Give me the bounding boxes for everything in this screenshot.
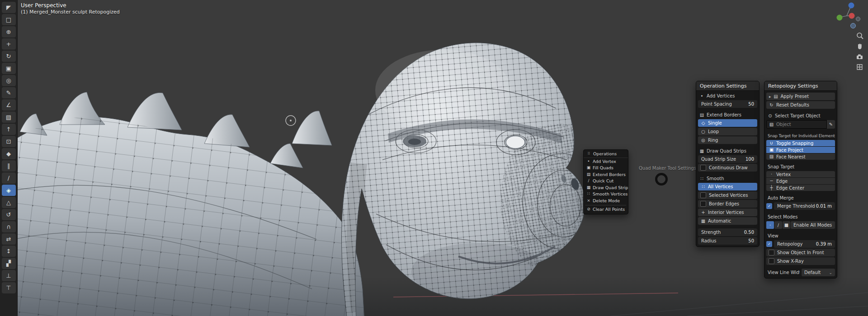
button-toggle-snapping[interactable]: ∪Toggle Snapping xyxy=(766,140,835,146)
zoom-button[interactable] xyxy=(855,32,864,41)
tool-rip-edge-button[interactable]: ⊤ xyxy=(2,282,16,293)
tool-extrude-button[interactable]: ↑ xyxy=(2,124,16,135)
tool-measure-button[interactable]: ∠ xyxy=(2,99,16,111)
checkbox[interactable]: ✓ xyxy=(766,241,772,247)
axis-y-ball[interactable] xyxy=(837,15,843,21)
button-apply-preset[interactable]: ▸▤Apply Preset xyxy=(766,93,835,100)
menu-item-fill-quads[interactable]: ▣Fill Quads xyxy=(584,165,628,172)
button-vertex[interactable]: ·Vertex xyxy=(766,171,835,177)
quad-strips-icon: ▦ xyxy=(699,149,704,153)
navigation-gizmo[interactable] xyxy=(835,1,863,30)
mesh-cube-icon: ▧ xyxy=(769,122,774,127)
vertex-dot-icon: • xyxy=(699,94,704,98)
menu-item-label: Extend Borders xyxy=(593,172,626,177)
axis-z-ball[interactable] xyxy=(849,3,854,9)
checkbox[interactable] xyxy=(700,201,706,207)
button-edge[interactable]: ─Edge xyxy=(766,178,835,184)
menu-item-extend-borders[interactable]: ▤Extend Borders xyxy=(584,171,628,178)
button-loop[interactable]: ○Loop xyxy=(698,128,757,135)
smooth-vertices-icon: ∷ xyxy=(586,192,591,196)
checkbox-row-border-edges[interactable]: Border Edges xyxy=(698,200,757,208)
axis-neg-ball[interactable] xyxy=(856,17,860,21)
tool-smooth-button[interactable]: ∩ xyxy=(2,221,16,232)
tool-loop-cut-button[interactable]: ∥ xyxy=(2,160,16,172)
button-enable-all-modes[interactable]: Enable All Modes xyxy=(791,221,835,229)
checkbox-row-selected-vertices[interactable]: Selected Vertices xyxy=(698,191,757,199)
operation-settings-rows: •Add VerticesPoint Spacing50▤Extend Bord… xyxy=(696,91,759,246)
edge-mode-icon: ∕ xyxy=(776,223,781,228)
loop-cut-icon: ∥ xyxy=(7,163,10,169)
tool-move-button[interactable]: + xyxy=(2,38,16,50)
menu-item-clear-all-points[interactable]: ⊘Clear All Points xyxy=(584,206,628,213)
button-interior-vertices[interactable]: +Interior Vertices xyxy=(698,209,757,216)
mesh-display-button[interactable] xyxy=(855,63,864,72)
tool-scale-button[interactable]: ▣ xyxy=(2,63,16,74)
field-strength[interactable]: Strength0.50 xyxy=(698,228,757,236)
field-radius[interactable]: Radius50 xyxy=(698,237,757,245)
checkbox[interactable]: ✓ xyxy=(766,203,772,209)
label: Radius xyxy=(701,238,717,243)
checkbox[interactable] xyxy=(700,192,706,198)
menu-item-smooth-vertices[interactable]: ∷Smooth Vertices xyxy=(584,191,628,198)
tool-add-cube-button[interactable]: ▧ xyxy=(2,112,16,123)
menu-item-draw-quad-strip[interactable]: ▦Draw Quad Strip xyxy=(584,184,628,191)
tool-shear-button[interactable]: ▞ xyxy=(2,258,16,269)
tool-transform-button[interactable]: ◎ xyxy=(2,75,16,86)
tool-inset-button[interactable]: ⊡ xyxy=(2,136,16,147)
operation-settings-header[interactable]: Operation Settings xyxy=(696,81,759,91)
button-automatic[interactable]: ▦Automatic xyxy=(698,217,757,225)
automatic-icon: ▦ xyxy=(701,219,706,223)
dropdown-view-line-width[interactable]: Default⌄ xyxy=(802,269,835,276)
button-all-vertices[interactable]: ∷All Vertices xyxy=(698,183,757,191)
checkbox[interactable] xyxy=(769,250,774,256)
checkbox[interactable] xyxy=(769,258,774,264)
field-quad-strip-size[interactable]: Quad Strip Size100 xyxy=(698,155,757,163)
menu-item-delete-mode[interactable]: ×Delete Mode xyxy=(584,197,628,204)
tool-quad-maker-button[interactable]: ◈ xyxy=(2,185,16,196)
tool-shrink-flatten-button[interactable]: ↕ xyxy=(2,246,16,257)
tool-spin-button[interactable]: ↺ xyxy=(2,209,16,220)
retopology-settings-header[interactable]: Retopology Settings xyxy=(764,81,837,91)
edge-mode-button[interactable]: ∕ xyxy=(774,221,782,229)
menu-item-add-vertex[interactable]: •Add Vertex xyxy=(584,158,628,165)
camera-view-button[interactable] xyxy=(855,52,864,61)
operations-menu-title: Operations xyxy=(593,151,617,156)
button-face-nearest[interactable]: ▨Face Nearest xyxy=(766,153,835,160)
axis-x-ball[interactable] xyxy=(849,13,855,19)
button-ring[interactable]: ◎Ring xyxy=(698,136,757,144)
vertex-mode-button[interactable]: · xyxy=(766,221,774,229)
tool-bevel-button[interactable]: ◆ xyxy=(2,148,16,159)
checkbox-row-show-x-ray[interactable]: Show X-Ray xyxy=(766,257,835,265)
pan-button[interactable] xyxy=(855,42,864,51)
eyedropper-button[interactable]: ✎ xyxy=(827,120,835,129)
label: Automatic xyxy=(708,218,731,223)
checkbox-row-show-object-in-front[interactable]: Show Object In Front xyxy=(766,249,835,256)
button-reset-defaults[interactable]: ↻Reset Defaults xyxy=(766,101,835,109)
object-field[interactable]: ▧Object xyxy=(766,120,827,129)
tool-rotate-button[interactable]: ↻ xyxy=(2,51,16,62)
field-retopology[interactable]: Retopology0.39 m xyxy=(774,240,835,248)
checkbox[interactable] xyxy=(700,165,706,171)
single-icon: ◇ xyxy=(701,121,706,125)
button-edge-center[interactable]: ┼Edge Center xyxy=(766,185,835,191)
tool-edge-slide-button[interactable]: ⇄ xyxy=(2,233,16,245)
tool-knife-button[interactable]: ∕ xyxy=(2,172,16,184)
tool-tweak-button[interactable]: ◤ xyxy=(2,2,16,13)
checkbox-row-continuous-draw[interactable]: Continuous Draw xyxy=(698,164,757,172)
tool-rip-region-button[interactable]: ⊥ xyxy=(2,270,16,281)
label: Select Target Object xyxy=(775,113,821,118)
field-merge-threshold[interactable]: Merge Threshold0.01 m xyxy=(774,202,835,210)
tool-annotate-button[interactable]: ✎ xyxy=(2,87,16,98)
button-face-project[interactable]: ▣Face Project xyxy=(766,147,835,153)
field-point-spacing[interactable]: Point Spacing50 xyxy=(698,100,757,108)
scene-object-label: (1) Merged_Monster sculpt Retopogized xyxy=(21,9,120,15)
face-mode-button[interactable]: ■ xyxy=(783,221,790,229)
tool-poly-build-button[interactable]: △ xyxy=(2,197,16,208)
axis-z-neg-ball[interactable] xyxy=(851,23,856,28)
button-single[interactable]: ◇Single xyxy=(698,119,757,127)
menu-item-quick-cut[interactable]: ∕Quick Cut xyxy=(584,178,628,185)
hand-icon xyxy=(855,42,864,51)
tool-select-box-button[interactable]: □ xyxy=(2,14,16,25)
tool-cursor-button[interactable]: ⊕ xyxy=(2,26,16,37)
operations-menu-header[interactable]: ⠿ Operations xyxy=(584,150,628,158)
